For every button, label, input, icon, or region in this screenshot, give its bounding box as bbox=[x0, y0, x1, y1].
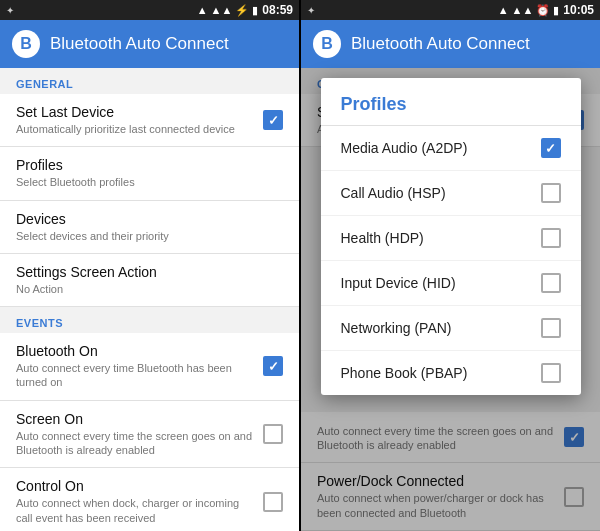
dialog-item-hid[interactable]: Input Device (HID) bbox=[321, 261, 581, 306]
right-status-icons: ▲ ▲▲ ⏰ ▮ bbox=[498, 4, 560, 17]
left-devices-desc: Select devices and their priority bbox=[16, 229, 275, 243]
left-screen-on-item[interactable]: Screen On Auto connect every time the sc… bbox=[0, 401, 299, 469]
dialog-item-hdp[interactable]: Health (HDP) bbox=[321, 216, 581, 261]
left-app-header: B Bluetooth Auto Connect bbox=[0, 20, 299, 68]
dialog-item-a2dp-checkbox[interactable] bbox=[541, 138, 561, 158]
left-bluetooth-icon: B bbox=[12, 30, 40, 58]
left-profiles-desc: Select Bluetooth profiles bbox=[16, 175, 275, 189]
right-bt-status-icon: ✦ bbox=[307, 5, 315, 16]
left-screen-on-desc: Auto connect every time the screen goes … bbox=[16, 429, 255, 458]
right-app-header: B Bluetooth Auto Connect bbox=[301, 20, 600, 68]
dialog-item-hsp-checkbox[interactable] bbox=[541, 183, 561, 203]
right-battery-icon: ▮ bbox=[553, 4, 559, 17]
left-status-icons: ▲ ▲▲ ⚡ ▮ bbox=[197, 4, 259, 17]
left-set-last-device-item[interactable]: Set Last Device Automatically prioritize… bbox=[0, 94, 299, 147]
dialog-item-hsp-label: Call Audio (HSP) bbox=[341, 185, 446, 201]
left-events-section-header: EVENTS bbox=[0, 307, 299, 333]
left-profiles-item[interactable]: Profiles Select Bluetooth profiles bbox=[0, 147, 299, 200]
left-control-on-checkbox[interactable] bbox=[263, 492, 283, 512]
dialog-item-pbap-checkbox[interactable] bbox=[541, 363, 561, 383]
left-settings-content: GENERAL Set Last Device Automatically pr… bbox=[0, 68, 299, 531]
network-icon: ▲▲ bbox=[211, 4, 233, 16]
left-time: 08:59 bbox=[262, 3, 293, 17]
left-status-bar: ✦ ▲ ▲▲ ⚡ ▮ 08:59 bbox=[0, 0, 299, 20]
dialog-item-hid-checkbox[interactable] bbox=[541, 273, 561, 293]
left-devices-item[interactable]: Devices Select devices and their priorit… bbox=[0, 201, 299, 254]
left-bluetooth-on-checkbox[interactable] bbox=[263, 356, 283, 376]
charging-icon: ⚡ bbox=[235, 4, 249, 17]
dialog-item-a2dp[interactable]: Media Audio (A2DP) bbox=[321, 126, 581, 171]
left-settings-screen-action-desc: No Action bbox=[16, 282, 275, 296]
dialog-item-hdp-checkbox[interactable] bbox=[541, 228, 561, 248]
left-bluetooth-on-title: Bluetooth On bbox=[16, 343, 255, 359]
right-clock-icon: ⏰ bbox=[536, 4, 550, 17]
left-settings-screen-action-title: Settings Screen Action bbox=[16, 264, 275, 280]
right-signal-icon: ▲ bbox=[498, 4, 509, 16]
dialog-item-hid-label: Input Device (HID) bbox=[341, 275, 456, 291]
left-set-last-device-desc: Automatically prioritize last connected … bbox=[16, 122, 255, 136]
left-profiles-title: Profiles bbox=[16, 157, 275, 173]
dialog-item-pan[interactable]: Networking (PAN) bbox=[321, 306, 581, 351]
dialog-item-pan-checkbox[interactable] bbox=[541, 318, 561, 338]
left-devices-title: Devices bbox=[16, 211, 275, 227]
left-set-last-device-title: Set Last Device bbox=[16, 104, 255, 120]
right-time: 10:05 bbox=[563, 3, 594, 17]
battery-icon: ▮ bbox=[252, 4, 258, 17]
dialog-item-hsp[interactable]: Call Audio (HSP) bbox=[321, 171, 581, 216]
left-screen-on-title: Screen On bbox=[16, 411, 255, 427]
left-settings-screen-action-item[interactable]: Settings Screen Action No Action bbox=[0, 254, 299, 307]
dialog-item-pbap-label: Phone Book (PBAP) bbox=[341, 365, 468, 381]
signal-icon: ▲ bbox=[197, 4, 208, 16]
left-app-title: Bluetooth Auto Connect bbox=[50, 34, 229, 54]
right-status-bar: ✦ ▲ ▲▲ ⏰ ▮ 10:05 bbox=[301, 0, 600, 20]
dialog-item-a2dp-label: Media Audio (A2DP) bbox=[341, 140, 468, 156]
left-bluetooth-on-desc: Auto connect every time Bluetooth has be… bbox=[16, 361, 255, 390]
left-control-on-title: Control On bbox=[16, 478, 255, 494]
right-panel: ✦ ▲ ▲▲ ⏰ ▮ 10:05 B Bluetooth Auto Connec… bbox=[301, 0, 600, 531]
right-bluetooth-icon: B bbox=[313, 30, 341, 58]
left-bluetooth-on-item[interactable]: Bluetooth On Auto connect every time Blu… bbox=[0, 333, 299, 401]
left-set-last-device-checkbox[interactable] bbox=[263, 110, 283, 130]
left-bt-status-icon: ✦ bbox=[6, 5, 14, 16]
dialog-item-pbap[interactable]: Phone Book (PBAP) bbox=[321, 351, 581, 395]
left-screen-on-checkbox[interactable] bbox=[263, 424, 283, 444]
right-network-icon: ▲▲ bbox=[512, 4, 534, 16]
profiles-dialog-title: Profiles bbox=[321, 78, 581, 126]
left-panel: ✦ ▲ ▲▲ ⚡ ▮ 08:59 B Bluetooth Auto Connec… bbox=[0, 0, 299, 531]
profiles-dialog-overlay[interactable]: Profiles Media Audio (A2DP) Call Audio (… bbox=[301, 68, 600, 531]
left-general-section-header: GENERAL bbox=[0, 68, 299, 94]
right-app-title: Bluetooth Auto Connect bbox=[351, 34, 530, 54]
left-control-on-item[interactable]: Control On Auto connect when dock, charg… bbox=[0, 468, 299, 531]
profiles-dialog: Profiles Media Audio (A2DP) Call Audio (… bbox=[321, 78, 581, 395]
dialog-item-pan-label: Networking (PAN) bbox=[341, 320, 452, 336]
left-control-on-desc: Auto connect when dock, charger or incom… bbox=[16, 496, 255, 525]
dialog-item-hdp-label: Health (HDP) bbox=[341, 230, 424, 246]
